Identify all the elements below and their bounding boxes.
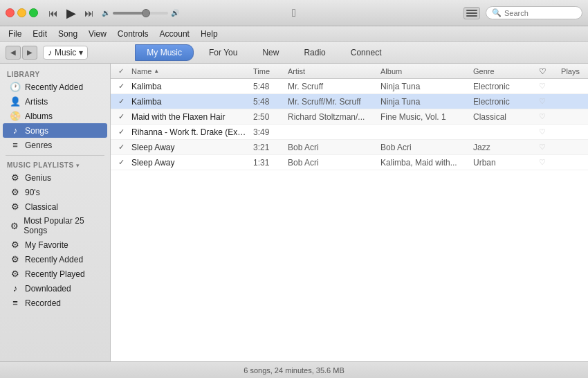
sidebar-item-albums[interactable]: 📀 Albums [3, 109, 107, 123]
sidebar-item-90s[interactable]: ⚙ 90's [3, 185, 107, 199]
menu-account[interactable]: Account [154, 28, 195, 40]
playlists-chevron-icon: ▾ [76, 162, 80, 169]
menu-help[interactable]: Help [195, 28, 223, 40]
search-input[interactable] [504, 9, 580, 17]
volume-thumb[interactable] [142, 9, 150, 17]
menu-controls[interactable]: Controls [112, 28, 154, 40]
row-album: Fine Music, Vol. 1 [378, 112, 470, 122]
albums-icon: 📀 [10, 111, 21, 121]
sidebar-item-artists[interactable]: 👤 Artists [3, 94, 107, 109]
volume-track[interactable] [113, 12, 168, 15]
genius-icon: ⚙ [10, 172, 21, 183]
row-time: 5:48 [250, 97, 285, 107]
sidebar-item-pl-recently-added[interactable]: ⚙ Recently Added [3, 252, 107, 267]
col-album-header[interactable]: Album [378, 67, 470, 75]
col-name-header[interactable]: Name ▲ [129, 67, 250, 75]
row-name: Sleep Away [129, 143, 250, 152]
table-row[interactable]: ✓ Kalimba 5:48 Mr. Scruff Ninja Tuna Ele… [111, 79, 588, 94]
sidebar-item-recorded[interactable]: ≡ Recorded [3, 296, 107, 310]
row-check: ✓ [113, 127, 129, 136]
nav-forward-button[interactable]: ▶ [22, 46, 37, 60]
fast-forward-button[interactable]: ⏭ [82, 6, 96, 20]
play-button[interactable]: ▶ [64, 6, 78, 20]
col-artist-header[interactable]: Artist [285, 67, 378, 75]
sidebar: Library 🕐 Recently Added 👤 Artists 📀 Alb… [0, 64, 111, 361]
row-heart[interactable]: ♡ [534, 158, 551, 167]
sidebar-genres-label: Genres [25, 141, 52, 150]
sidebar-item-downloaded[interactable]: ♪ Downloaded [3, 281, 107, 296]
my-favorite-icon: ⚙ [10, 240, 21, 250]
row-heart[interactable]: ♡ [534, 127, 551, 136]
apple-logo:  [292, 7, 296, 19]
row-time: 3:21 [250, 143, 285, 152]
volume-high-icon: 🔊 [171, 9, 179, 17]
sidebar-item-classical[interactable]: ⚙ Classical [3, 199, 107, 214]
menu-edit[interactable]: Edit [27, 28, 53, 40]
row-artist: Bob Acri [285, 143, 378, 152]
menu-song[interactable]: Song [53, 28, 83, 40]
row-name: Maid with the Flaxen Hair [129, 112, 250, 122]
sidebar-downloaded-label: Downloaded [25, 284, 71, 294]
tab-connect[interactable]: Connect [341, 45, 392, 60]
row-name: Kalimba [129, 82, 250, 91]
row-heart[interactable]: ♡ [534, 82, 551, 91]
table-row[interactable]: ✓ Sleep Away 3:21 Bob Acri Bob Acri Jazz… [111, 140, 588, 155]
table-row[interactable]: ✓ Rihanna - Work ft. Drake (Explicit) 3:… [111, 125, 588, 140]
row-heart[interactable]: ♡ [534, 97, 551, 106]
playlists-header[interactable]: Music Playlists ▾ [0, 159, 110, 170]
search-box[interactable]: 🔍 [486, 6, 582, 19]
rewind-button[interactable]: ⏮ [46, 6, 60, 20]
music-selector[interactable]: ♪ Music ▾ [43, 46, 88, 60]
row-artist: Richard Stoltzman/... [285, 112, 378, 122]
tab-radio[interactable]: Radio [294, 45, 335, 60]
sidebar-item-recently-added[interactable]: 🕐 Recently Added [3, 80, 107, 94]
row-artist: Mr. Scruff [285, 82, 378, 91]
content-area: ✓ Name ▲ Time Artist Album Genre ♡ Plays… [111, 64, 588, 361]
sidebar-item-recently-played[interactable]: ⚙ Recently Played [3, 267, 107, 281]
col-plays-header[interactable]: Plays [551, 67, 585, 75]
row-artist: Mr. Scruff/Mr. Scruff [285, 97, 378, 107]
sidebar-recently-played-label: Recently Played [25, 269, 85, 279]
tab-my-music[interactable]: My Music [135, 44, 194, 61]
tab-for-you[interactable]: For You [199, 45, 247, 60]
col-genre-header[interactable]: Genre [470, 67, 534, 75]
row-heart[interactable]: ♡ [534, 143, 551, 152]
tab-new[interactable]: New [252, 45, 288, 60]
90s-icon: ⚙ [10, 187, 21, 197]
row-genre: Electronic [470, 82, 534, 91]
row-album: Bob Acri [378, 143, 470, 152]
sidebar-albums-label: Albums [25, 111, 53, 121]
hamburger-button[interactable] [463, 7, 480, 19]
status-text: 6 songs, 24 minutes, 35.6 MB [244, 366, 344, 375]
row-heart[interactable]: ♡ [534, 112, 551, 121]
row-album: Kalimba, Maid with... [378, 158, 470, 168]
music-selector-label: Music [55, 48, 76, 57]
window-controls [6, 8, 38, 17]
col-time-header[interactable]: Time [250, 67, 285, 75]
minimize-button[interactable] [17, 8, 26, 17]
volume-slider[interactable]: 🔉 🔊 [102, 9, 179, 17]
sidebar-item-genius[interactable]: ⚙ Genius [3, 170, 107, 185]
row-check: ✓ [113, 143, 129, 152]
menu-view[interactable]: View [83, 28, 112, 40]
table-row[interactable]: ✓ Maid with the Flaxen Hair 2:50 Richard… [111, 109, 588, 125]
sidebar-item-songs[interactable]: ♪ Songs [3, 123, 107, 138]
music-note-icon: ♪ [48, 48, 52, 57]
row-name: Sleep Away [129, 158, 250, 168]
table-row[interactable]: ✓ Sleep Away 1:31 Bob Acri Kalimba, Maid… [111, 155, 588, 170]
col-heart-header: ♡ [534, 66, 551, 76]
table-row[interactable]: ✓ Kalimba 5:48 Mr. Scruff/Mr. Scruff Nin… [111, 94, 588, 109]
maximize-button[interactable] [29, 8, 38, 17]
nav-back-button[interactable]: ◀ [6, 46, 21, 60]
col-name-label: Name [131, 67, 151, 75]
row-check: ✓ [113, 82, 129, 91]
chevron-down-icon: ▾ [79, 48, 83, 57]
sidebar-pl-recently-added-label: Recently Added [25, 255, 83, 264]
menu-file[interactable]: File [3, 28, 27, 40]
sidebar-item-my-favorite[interactable]: ⚙ My Favorite [3, 237, 107, 252]
hamburger-line-1 [466, 10, 477, 11]
close-button[interactable] [6, 8, 15, 17]
row-artist: Bob Acri [285, 158, 378, 168]
sidebar-item-genres[interactable]: ≡ Genres [3, 138, 107, 152]
sidebar-item-most-popular[interactable]: ⚙ Most Popular 25 Songs [3, 214, 107, 237]
